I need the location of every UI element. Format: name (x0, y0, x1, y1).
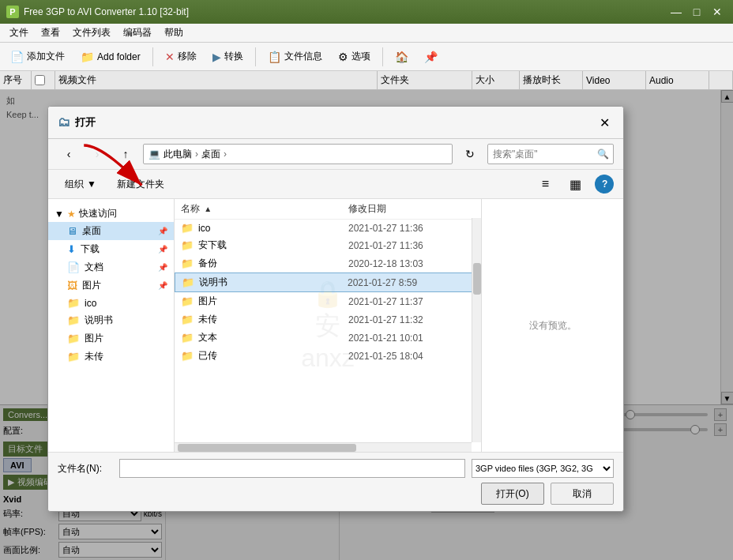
home-button[interactable]: 🏠 (388, 46, 415, 68)
sidebar-item-pictures[interactable]: 🖼 图片 📌 (48, 276, 174, 295)
sidebar-item-untrans[interactable]: 📁 未传 (48, 348, 174, 366)
file-row-download[interactable]: 📁 安下载 2021-01-27 11:36 (175, 236, 481, 254)
table-header: 序号 视频文件 文件夹 大小 播放时长 Video Audio (0, 71, 733, 90)
app-icon: P (6, 6, 19, 18)
menu-file[interactable]: 文件 (3, 24, 35, 42)
new-folder-label: 新建文件夹 (117, 178, 164, 191)
sidebar-untrans-label: 未传 (85, 350, 103, 363)
help-button[interactable]: ? (595, 175, 614, 194)
dialog-overlay: 🗂 打开 ✕ ‹ › ↑ 💻 此电脑 › 桌面 › ↻ (0, 90, 733, 560)
file-date-download: 2021-01-27 11:36 (348, 240, 475, 251)
up-button[interactable]: ↑ (115, 145, 137, 163)
folder-icon-pics: 📁 (181, 295, 194, 307)
app-title: Free 3GP to AVI Converter 1.10 [32-bit] (24, 6, 189, 17)
select-all-checkbox[interactable] (35, 75, 45, 85)
file-row-text[interactable]: 📁 文本 2021-01-21 10:01 (175, 329, 481, 347)
th-size[interactable]: 大小 (472, 71, 520, 89)
dialog-toolbar: ‹ › ↑ 💻 此电脑 › 桌面 › ↻ 🔍 (48, 139, 623, 170)
add-file-button[interactable]: 📄 添加文件 (3, 46, 72, 68)
sidebar-desktop-label: 桌面 (82, 224, 101, 238)
vscroll-thumb[interactable] (473, 263, 481, 295)
add-file-icon: 📄 (10, 51, 24, 63)
minimize-button[interactable]: — (667, 4, 686, 20)
breadcrumb-sep-1: › (195, 148, 198, 160)
folder-icon-download: 📁 (181, 239, 194, 251)
preview-area: 没有预览。 (481, 199, 623, 452)
dialog-close-button[interactable]: ✕ (595, 113, 614, 132)
pin-icon-desktop: 📌 (158, 227, 167, 235)
new-folder-button[interactable]: 新建文件夹 (110, 173, 171, 195)
sidebar-item-img[interactable]: 📁 图片 (48, 329, 174, 348)
cancel-button[interactable]: 取消 (551, 483, 614, 505)
file-date-text: 2021-01-21 10:01 (348, 333, 475, 344)
sidebar-item-documents[interactable]: 📄 文档 📌 (48, 258, 174, 276)
pin-icon-downloads: 📌 (158, 245, 167, 254)
file-date-sent: 2021-01-25 18:04 (348, 351, 475, 362)
col-date-header[interactable]: 修改日期 (348, 202, 475, 216)
forward-button[interactable]: › (86, 145, 108, 163)
dialog-title-text: 打开 (75, 115, 96, 130)
open-button[interactable]: 打开(O) (481, 483, 544, 505)
refresh-button[interactable]: ↻ (459, 144, 481, 164)
file-row-pics[interactable]: 📁 图片 2021-01-27 11:37 (175, 292, 481, 310)
view-details-button[interactable]: ▦ (562, 173, 588, 195)
th-extra (709, 71, 733, 89)
menu-view[interactable]: 查看 (35, 24, 66, 42)
quick-access-header[interactable]: ▼ ★ 快速访问 (48, 205, 174, 222)
th-audio[interactable]: Audio (646, 71, 709, 89)
view-list-button[interactable]: ≡ (535, 173, 556, 195)
close-button[interactable]: ✕ (708, 4, 727, 20)
downloads-folder-icon: ⬇ (67, 243, 76, 255)
file-name-backup: 📁 备份 (181, 257, 348, 270)
filename-input[interactable] (119, 459, 465, 478)
sidebar-item-desktop[interactable]: 🖥 桌面 📌 (48, 222, 174, 240)
file-row-untrans[interactable]: 📁 未传 2021-01-27 11:32 (175, 310, 481, 329)
pin-button[interactable]: 📌 (417, 46, 445, 68)
file-row-ico[interactable]: 📁 ico 2021-01-27 11:36 (175, 220, 481, 236)
file-list-vscroll[interactable] (472, 218, 481, 442)
open-dialog: 🗂 打开 ✕ ‹ › ↑ 💻 此电脑 › 桌面 › ↻ (47, 106, 624, 512)
sidebar-ico-label: ico (85, 298, 96, 309)
desktop-folder-icon: 🖥 (67, 225, 77, 237)
dialog-sidebar: ▼ ★ 快速访问 🖥 桌面 📌 ⬇ 下载 📌 (48, 199, 175, 452)
th-number: 序号 (0, 71, 32, 89)
th-video[interactable]: Video (583, 71, 646, 89)
add-folder-button[interactable]: 📁 Add folder (73, 46, 148, 68)
options-button[interactable]: ⚙ 选项 (331, 46, 378, 68)
file-row-manual[interactable]: 📁 说明书 2021-01-27 8:59 (175, 272, 481, 292)
organize-button[interactable]: 组织 ▼ (58, 173, 103, 195)
menu-filelist[interactable]: 文件列表 (66, 24, 117, 42)
sidebar-item-downloads[interactable]: ⬇ 下载 📌 (48, 240, 174, 258)
th-folder[interactable]: 文件夹 (378, 71, 472, 89)
col-name-header[interactable]: 名称 ▲ (181, 202, 348, 216)
file-list-hscroll[interactable] (175, 442, 472, 452)
search-wrapper: 🔍 (487, 144, 614, 164)
file-row-sent[interactable]: 📁 已传 2021-01-25 18:04 (175, 347, 481, 365)
menu-encoder[interactable]: 编码器 (117, 24, 158, 42)
hscroll-thumb[interactable] (178, 444, 356, 452)
file-list: 名称 ▲ 修改日期 📁 ico 2021-01-27 11:36 (175, 199, 481, 452)
remove-button[interactable]: ✕ 移除 (158, 46, 204, 68)
file-name-ico: 📁 ico (181, 222, 348, 234)
menu-bar: 文件 查看 文件列表 编码器 帮助 (0, 24, 733, 43)
sidebar-item-manual[interactable]: 📁 说明书 (48, 311, 174, 329)
pictures-folder-icon: 🖼 (67, 280, 77, 291)
sidebar-documents-label: 文档 (85, 261, 103, 274)
file-info-button[interactable]: 📋 文件信息 (261, 46, 329, 68)
filetype-select[interactable]: 3GP video files (3GP, 3G2, 3G (472, 459, 614, 478)
file-date-pics: 2021-01-27 11:37 (348, 296, 475, 307)
back-button[interactable]: ‹ (58, 145, 80, 163)
file-name-text-ico: ico (198, 223, 210, 234)
dialog-secondary-toolbar: 组织 ▼ 新建文件夹 ≡ ▦ ? (48, 170, 623, 199)
ico-folder-icon: 📁 (67, 297, 80, 309)
sidebar-pictures-label: 图片 (82, 279, 101, 292)
search-input[interactable] (487, 144, 614, 164)
breadcrumb-sep-2: › (224, 148, 227, 160)
file-row-backup[interactable]: 📁 备份 2020-12-18 13:03 (175, 254, 481, 272)
maximize-button[interactable]: □ (687, 4, 706, 20)
menu-help[interactable]: 帮助 (158, 24, 190, 42)
convert-button[interactable]: ▶ 转换 (205, 46, 250, 68)
th-duration[interactable]: 播放时长 (520, 71, 583, 89)
th-video-file[interactable]: 视频文件 (55, 71, 378, 89)
sidebar-item-ico[interactable]: 📁 ico (48, 295, 174, 311)
